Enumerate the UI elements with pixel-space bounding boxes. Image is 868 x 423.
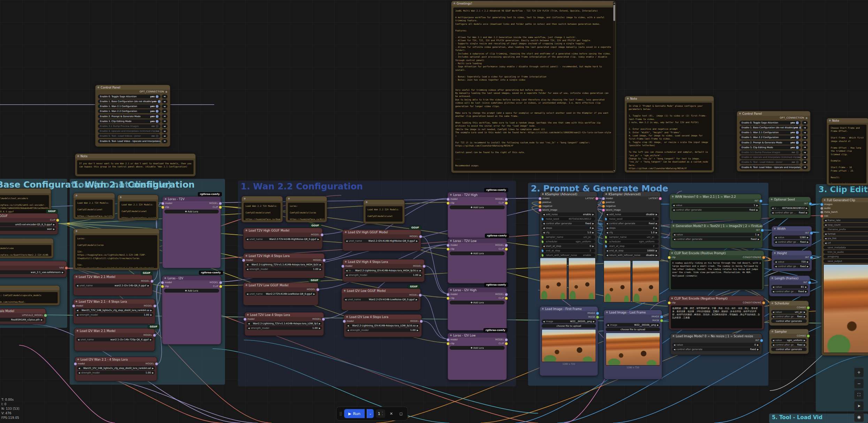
widget-format[interactable]: ◀▶format xyxy=(823,232,868,236)
widget-unet-name[interactable]: ◀▶unet_nameWan2.2-I2V-A14B-HighNoise-Q8_… xyxy=(344,239,419,243)
note-trim-settings[interactable]: NoteChoose Start Frame and Frame Offset.… xyxy=(827,118,868,186)
scheduler-value-titlebar[interactable]: Scheduler xyxy=(769,301,808,305)
note-bypass-wan21[interactable]: NoteIf you don't never want to use Wan 2… xyxy=(75,153,196,176)
output-dot-clip[interactable] xyxy=(219,206,222,209)
load-t2v-wan21-model-titlebar[interactable]: Load T2V Wan 2.1 Model xyxy=(73,274,152,279)
widget-unet-name[interactable]: ◀▶unet_nameWan2.2-I2V-A14B-LowNoise-Q8_0… xyxy=(343,297,419,301)
full-generated-clip[interactable]: Full Generated Clipimagesaudiometa_batch… xyxy=(821,197,868,356)
height-value[interactable]: HeightINT◀▶value720◀▶control after ge ..… xyxy=(772,250,812,271)
input-dot-model[interactable] xyxy=(341,265,344,268)
output-dot-int[interactable] xyxy=(760,339,763,342)
load-image-last-frame[interactable]: Load Image - Last FrameIMAGEMASK◀▶imageW… xyxy=(604,310,662,379)
toggle-row-enable-6-tool-load-video-upscale-and-int[interactable]: Enable 6. Tool- Load Video - Upscale and… xyxy=(98,139,168,143)
widget-steps[interactable]: ◀▶steps4 xyxy=(605,226,659,230)
widget-image[interactable]: ◀▶imageW22__00106_.png xyxy=(606,323,660,327)
decrement-arrow-icon[interactable]: ◀ xyxy=(248,327,250,329)
increment-arrow-icon[interactable]: ▶ xyxy=(150,338,152,341)
output-dot-model[interactable] xyxy=(505,244,508,247)
decrement-arrow-icon[interactable]: ◀ xyxy=(775,241,777,243)
increment-arrow-icon[interactable]: ▶ xyxy=(805,290,807,293)
increment-arrow-icon[interactable]: ▶ xyxy=(593,320,595,323)
decrement-arrow-icon[interactable]: ◀ xyxy=(606,213,608,216)
widget-type[interactable]: ◀▶typewan xyxy=(0,227,56,231)
widget-crf[interactable]: ◀▶crf xyxy=(823,241,868,245)
load-upscale-model[interactable]: Load Upscale ModelUPSCALE_MODEL◀▶model .… xyxy=(0,308,46,324)
decrement-arrow-icon[interactable]: ◀ xyxy=(607,324,609,326)
increment-arrow-icon[interactable]: ▶ xyxy=(806,207,807,209)
load-i2v-high-4steps-lora[interactable]: Load I2V High 4 Steps LoramodelMODEL◀▶lo… xyxy=(342,259,425,282)
ksampler-advanced-1[interactable]: KSampler (Advanced)modelLATENTpositivene… xyxy=(540,191,597,261)
fast-toggle-arrow-button[interactable]: ➜ xyxy=(802,126,808,130)
loras-i2v-titlebar[interactable]: Loras - I2V xyxy=(162,276,221,280)
output-dot-model[interactable] xyxy=(419,294,422,297)
output-dot-model[interactable] xyxy=(320,233,324,236)
converted-input-dot[interactable] xyxy=(542,218,544,221)
decrement-arrow-icon[interactable]: ◀ xyxy=(346,240,348,242)
loras-i2v-low-titlebar[interactable]: Loras - I2V Low xyxy=(448,333,506,338)
load-i2v-wan21-4steps-lora[interactable]: Load I2V Wan 2.1 - 4 Steps LoramodelMODE… xyxy=(75,357,157,381)
decrement-arrow-icon[interactable]: ◀ xyxy=(773,315,774,318)
collapse-dot-icon[interactable] xyxy=(771,198,773,200)
widget-noise-seed[interactable]: noise_seed0 xyxy=(605,217,659,221)
fast-toggle-arrow-button[interactable]: ➜ xyxy=(162,109,168,113)
note-bypass-wan21-titlebar[interactable]: Note xyxy=(75,154,195,158)
decrement-arrow-icon[interactable]: ◀ xyxy=(674,238,675,240)
increment-arrow-icon[interactable]: ▶ xyxy=(53,223,55,226)
fast-toggle-arrow-button[interactable]: ➜ xyxy=(802,145,808,150)
input-dot-model[interactable] xyxy=(74,362,77,365)
decrement-arrow-icon[interactable]: ◀ xyxy=(673,209,675,211)
widget-scheduler[interactable]: schedulersgm_uniform xyxy=(542,240,595,243)
load-image-first-frame[interactable]: Load Image - First FrameIMAGEMASK◀▶image… xyxy=(540,306,598,376)
output-dot-clip[interactable] xyxy=(505,342,508,345)
widget-start-at-step[interactable]: ◀▶start_at_step0 xyxy=(542,244,595,248)
comfyui-canvas[interactable]: 1. Base Configuration (do not disable)1.… xyxy=(0,0,868,423)
widget-control-after-generate[interactable]: ◀▶control after generatefixed xyxy=(672,347,760,351)
width-value-titlebar[interactable]: Width xyxy=(772,226,812,231)
button-control-after-generate[interactable]: control after generate xyxy=(771,347,807,351)
input-dot-vae[interactable] xyxy=(820,214,823,218)
decrement-arrow-icon[interactable]: ◀ xyxy=(248,322,250,325)
input-dot-clip[interactable] xyxy=(668,301,671,304)
input-dot-latent-image[interactable] xyxy=(538,209,542,212)
note-wan22-t2v[interactable]: Load Wan 2.2 T2V Models: ComfyUI\models\… xyxy=(241,196,283,222)
queue-count-steppers[interactable]: ⌃⌄ xyxy=(382,412,383,416)
increment-arrow-icon[interactable]: ▶ xyxy=(656,249,657,252)
decrement-arrow-icon[interactable]: ◀ xyxy=(825,237,827,240)
widget-pingpong[interactable]: pingpong xyxy=(823,255,868,258)
decrement-arrow-icon[interactable]: ◀ xyxy=(674,233,675,236)
loras-t2v[interactable]: Loras - T2VmodelMODELclipCLIP✚ Add Lora xyxy=(162,196,221,268)
length-frames-value[interactable]: Length (frames)INT◀▶value81◀▶control aft… xyxy=(769,275,810,296)
increment-arrow-icon[interactable]: ▶ xyxy=(756,204,758,206)
collapse-dot-icon[interactable] xyxy=(673,335,674,337)
widget-add-noise[interactable]: ◀▶add_noisedisable xyxy=(605,212,659,216)
loras-t2v-low-titlebar[interactable]: Loras - T2V Low xyxy=(448,239,506,243)
input-dot-negative[interactable] xyxy=(538,205,542,208)
output-dot-model[interactable] xyxy=(150,280,154,283)
collapse-dot-icon[interactable] xyxy=(542,193,544,195)
widget-wan2-2-lightning-t2v-v1-1-a14b-4steps-lo[interactable]: ◀▶Wan2.2-Lightning_T2V-v1.1-A14B-4steps-… xyxy=(247,322,322,325)
toggle-state-dot[interactable] xyxy=(156,120,158,123)
input-dot-model[interactable] xyxy=(343,320,346,323)
input-dot-model[interactable] xyxy=(161,202,164,205)
collapse-dot-icon[interactable] xyxy=(606,311,608,313)
collapse-dot-icon[interactable] xyxy=(77,155,79,157)
toggle-state-dot[interactable] xyxy=(799,126,801,129)
widget-cfg[interactable]: ◀▶cfg1.0 xyxy=(605,231,659,234)
generation-mode-switch[interactable]: Generation Mode? 0 = Text2V | 1 = Image2… xyxy=(670,223,763,248)
note-wan21-i2v[interactable]: Load Wan 2.1 I2V Models: ComfyUI\models\… xyxy=(117,195,158,220)
load-i2v-low-4steps-lora[interactable]: Load I2V Low 4 Steps LoramodelMODEL◀▶Wan… xyxy=(344,314,422,337)
widget-value[interactable]: ◀▶valuesgm_uniform xyxy=(771,338,807,342)
output-dot-clip[interactable] xyxy=(505,202,508,205)
increment-arrow-icon[interactable]: ▶ xyxy=(592,213,594,216)
note-greetings-titlebar[interactable]: Greetings! xyxy=(451,1,616,6)
note-wan21-loras[interactable]: Loras: ComfyUI\models\loras I2V: https:/… xyxy=(73,228,160,270)
note-greetings[interactable]: Greetings!JoeBL Multi Wan 2.1 + 2.2 Adva… xyxy=(451,1,616,173)
group-tool-load-video[interactable]: 5. Tool - Load Vid xyxy=(769,414,868,423)
loras-t2v-high-titlebar[interactable]: Loras - T2V High xyxy=(448,192,506,197)
fast-toggle-arrow-button[interactable]: ➜ xyxy=(162,139,168,143)
collapse-dot-icon[interactable] xyxy=(345,261,347,263)
output-dot-image[interactable] xyxy=(596,312,599,315)
input-dot-clip[interactable] xyxy=(447,297,450,300)
output-dot-vae[interactable] xyxy=(65,266,68,270)
note-upscale-model[interactable]: Upscale model: ComfyUI\models\upscale_mo… xyxy=(0,285,60,305)
